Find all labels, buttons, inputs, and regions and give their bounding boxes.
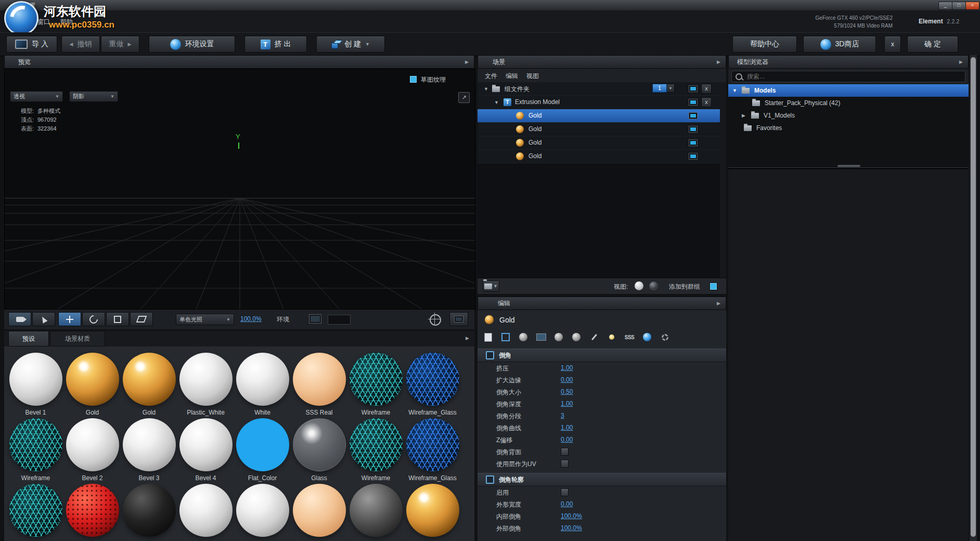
model-search-box[interactable] bbox=[731, 71, 965, 82]
material-item[interactable]: Bevel 2 bbox=[64, 418, 121, 484]
scene-row-material[interactable]: Gold bbox=[478, 123, 720, 136]
material-item[interactable] bbox=[404, 484, 461, 541]
material-item[interactable]: White bbox=[234, 353, 291, 418]
undo-button[interactable]: ◀ 撤销 bbox=[61, 36, 100, 53]
panel-collapse-icon[interactable]: ▶ bbox=[959, 59, 963, 65]
property-value[interactable]: 1.00 bbox=[561, 400, 573, 407]
environment-preview-icon[interactable] bbox=[309, 314, 321, 324]
crosshair-icon[interactable] bbox=[430, 314, 441, 326]
bevel-outline-section-header[interactable]: 倒角轮廓 bbox=[478, 473, 726, 486]
collapse-arrow-icon[interactable]: ▼ bbox=[494, 100, 499, 105]
environment-setup-button[interactable]: 环境设置 bbox=[149, 36, 235, 53]
diffuse-sphere-icon[interactable] bbox=[517, 331, 530, 343]
visibility-monitor-icon[interactable] bbox=[689, 139, 698, 146]
scene-row-material[interactable]: Gold bbox=[478, 136, 720, 150]
dropper-icon[interactable] bbox=[588, 331, 600, 343]
rotate-tool-button[interactable] bbox=[82, 312, 105, 326]
delete-model-button[interactable]: x bbox=[701, 97, 712, 107]
scene-row-model[interactable]: ▼ Extrusion Model x bbox=[478, 96, 720, 109]
material-item[interactable]: Wireframe_Glass bbox=[404, 353, 461, 418]
texture-page-icon[interactable] bbox=[482, 331, 494, 343]
panel-collapse-icon[interactable]: ▶ bbox=[465, 59, 469, 65]
ok-button[interactable]: 确 定 bbox=[907, 36, 958, 53]
property-value[interactable]: 3 bbox=[561, 412, 564, 419]
scene-row-material[interactable]: Gold bbox=[478, 109, 720, 123]
delete-group-button[interactable]: x bbox=[701, 84, 712, 94]
import-button[interactable]: 导 入 bbox=[6, 36, 57, 53]
minimize-button[interactable]: _ bbox=[938, 2, 952, 10]
zoom-value[interactable]: 100.0% bbox=[240, 315, 262, 323]
help-center-button[interactable]: 帮助中心 bbox=[732, 36, 797, 53]
scene-row-group[interactable]: ▼ 组文件夹 1 ▼ x bbox=[478, 82, 720, 96]
material-item[interactable]: Wireframe bbox=[347, 353, 404, 418]
material-item[interactable] bbox=[121, 484, 177, 541]
tree-row-v1-models[interactable]: ▶ V1_Models bbox=[728, 109, 969, 122]
scale-tool-button[interactable] bbox=[106, 312, 129, 326]
skew-tool-button[interactable] bbox=[130, 312, 153, 326]
material-item[interactable] bbox=[291, 484, 347, 541]
scene-menu-file[interactable]: 文件 bbox=[485, 72, 497, 81]
material-item[interactable]: Plastic_White bbox=[177, 353, 234, 418]
tree-row-favorites[interactable]: Favorites bbox=[728, 122, 969, 134]
scene-menu-edit[interactable]: 编辑 bbox=[506, 72, 518, 81]
property-value[interactable]: 0.00 bbox=[561, 500, 573, 508]
material-item[interactable]: Gold bbox=[64, 353, 121, 418]
render-view-button[interactable] bbox=[449, 312, 468, 326]
scene-menu-view[interactable]: 视图 bbox=[526, 72, 539, 81]
visibility-monitor-icon[interactable] bbox=[689, 126, 698, 133]
material-item[interactable]: Glass bbox=[291, 418, 347, 484]
panel-collapse-icon[interactable]: ▶ bbox=[717, 59, 720, 65]
create-button[interactable]: 创 建 ▼ bbox=[316, 36, 385, 53]
expand-arrow-icon[interactable]: ▶ bbox=[742, 113, 745, 118]
visibility-monitor-icon[interactable] bbox=[689, 99, 698, 106]
material-item[interactable] bbox=[347, 484, 404, 541]
property-value[interactable]: 100.0% bbox=[561, 512, 582, 520]
material-item[interactable]: Wireframe bbox=[7, 418, 64, 484]
property-value[interactable]: 0.00 bbox=[561, 436, 573, 443]
tab-scene-materials[interactable]: 场景材质 bbox=[50, 331, 105, 346]
visibility-monitor-icon[interactable] bbox=[689, 112, 698, 119]
material-item[interactable]: Gold bbox=[121, 353, 177, 418]
new-folder-button[interactable]: ▼ bbox=[483, 280, 499, 292]
visibility-monitor-icon[interactable] bbox=[689, 85, 698, 92]
store-button[interactable]: 3D商店 bbox=[803, 36, 876, 53]
shadow-dropdown[interactable]: 阴影 ▼ bbox=[69, 91, 118, 102]
visibility-monitor-icon[interactable] bbox=[689, 153, 698, 160]
use-layer-as-uv-checkbox[interactable] bbox=[561, 460, 569, 468]
divider-handle[interactable] bbox=[837, 165, 860, 167]
settings-gear-icon[interactable] bbox=[659, 331, 671, 343]
panel-collapse-icon[interactable]: ▶ bbox=[717, 301, 720, 306]
wire-view-icon[interactable] bbox=[649, 281, 658, 290]
property-value[interactable]: 0.00 bbox=[561, 376, 573, 383]
material-item[interactable]: Flat_Color bbox=[234, 418, 291, 484]
draft-texture-checkbox[interactable] bbox=[409, 75, 417, 83]
material-item[interactable]: Bevel 1 bbox=[7, 353, 64, 418]
search-input[interactable] bbox=[746, 72, 961, 81]
environment-globe-icon[interactable] bbox=[641, 331, 653, 343]
material-item[interactable]: Wireframe bbox=[347, 418, 404, 484]
group-count-dropdown[interactable]: 1 ▼ bbox=[652, 84, 675, 93]
property-value[interactable]: 1.00 bbox=[561, 364, 573, 371]
preview-viewport[interactable]: 草图纹理 透视 ▼ 阴影 ▼ ↗ 模型:多种模式 顶点:967092 表面:32… bbox=[4, 69, 475, 310]
select-tool-button[interactable] bbox=[32, 312, 55, 326]
property-value[interactable]: 1.00 bbox=[561, 424, 573, 431]
collapse-arrow-icon[interactable]: ▼ bbox=[732, 88, 737, 93]
scene-row-material[interactable]: Gold bbox=[478, 150, 720, 163]
material-item[interactable] bbox=[234, 484, 291, 541]
camera-view-dropdown[interactable]: 透视 ▼ bbox=[10, 91, 63, 102]
environment-value-field[interactable] bbox=[328, 315, 351, 325]
shaded-view-icon[interactable] bbox=[635, 281, 643, 290]
extrude-button[interactable]: 挤 出 bbox=[244, 36, 307, 53]
property-value[interactable]: 0.50 bbox=[561, 388, 573, 395]
panel-collapse-icon[interactable]: ▶ bbox=[466, 336, 469, 341]
material-item[interactable] bbox=[7, 484, 64, 541]
material-item[interactable] bbox=[177, 484, 234, 541]
illumination-bulb-icon[interactable] bbox=[605, 331, 618, 343]
scene-scrollbar-lane[interactable] bbox=[720, 82, 726, 278]
material-item[interactable]: Wireframe_Glass bbox=[404, 418, 461, 484]
image-icon[interactable] bbox=[535, 331, 547, 343]
redo-button[interactable]: 重做 ▶ bbox=[101, 36, 139, 53]
fullscreen-icon[interactable]: ↗ bbox=[458, 92, 470, 103]
bevel-section-header[interactable]: 倒角 bbox=[478, 349, 726, 362]
tab-presets[interactable]: 预设 bbox=[8, 331, 49, 346]
